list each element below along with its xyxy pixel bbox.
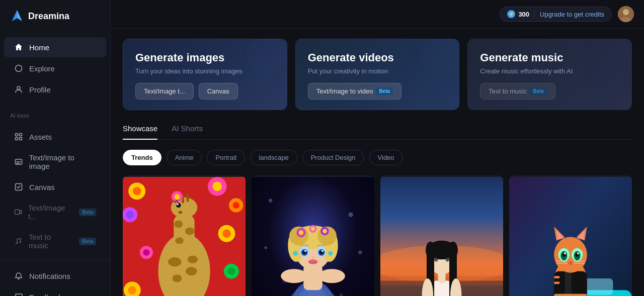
- assets-label: Assets: [29, 133, 52, 141]
- sidebar-item-text-video[interactable]: Text/Image t... Beta: [4, 198, 106, 226]
- svg-point-143: [564, 252, 566, 254]
- sidebar: Dreamina Home Explore: [0, 0, 111, 296]
- svg-point-54: [175, 237, 184, 244]
- filter-row: Trends Anime Portrait landscape Product …: [123, 150, 632, 165]
- svg-point-2: [16, 65, 22, 72]
- filter-product-design[interactable]: Product Design: [302, 150, 364, 165]
- credits-button[interactable]: ⚡ 300 Upgrade to get credits: [500, 7, 612, 22]
- gen-music-subtitle: Create music effortlessly with AI: [480, 67, 619, 75]
- video-icon: [14, 208, 22, 217]
- music-beta-badge: Beta: [530, 87, 547, 95]
- sidebar-item-text-image[interactable]: Text/Image to image: [4, 148, 106, 176]
- text-music-beta-badge: Beta: [79, 238, 96, 245]
- user-avatar[interactable]: [618, 6, 634, 22]
- svg-rect-131: [554, 281, 559, 284]
- explore-label: Explore: [29, 64, 55, 73]
- text-image-button[interactable]: Text/Image t...: [135, 83, 194, 100]
- sidebar-item-home[interactable]: Home: [4, 37, 106, 57]
- svg-point-68: [358, 251, 362, 255]
- home-label: Home: [29, 43, 49, 52]
- princess-image: [252, 175, 374, 296]
- image-card-cat[interactable]: [509, 175, 632, 296]
- bell-icon: [14, 271, 23, 280]
- svg-point-78: [318, 269, 345, 283]
- gen-images-card[interactable]: Generate images Turn your ideas into stu…: [123, 39, 287, 110]
- svg-rect-60: [187, 193, 189, 202]
- tools-nav: Assets Text/Image to image Canvas: [0, 122, 110, 260]
- giraffe-image: [123, 175, 246, 296]
- sidebar-item-profile[interactable]: Profile: [4, 79, 106, 100]
- svg-point-4: [17, 86, 20, 89]
- text-image-video-button[interactable]: Text/Image to video Beta: [308, 83, 401, 100]
- svg-point-25: [133, 187, 141, 195]
- svg-rect-150: [554, 294, 587, 296]
- filter-trends[interactable]: Trends: [123, 150, 162, 165]
- gen-videos-subtitle: Put your creativity in motion: [308, 67, 447, 75]
- filter-landscape[interactable]: landscape: [250, 150, 297, 165]
- text-music-gen-button[interactable]: Text to music Beta: [480, 83, 555, 100]
- sidebar-item-canvas[interactable]: Canvas: [4, 177, 106, 197]
- svg-point-62: [174, 194, 180, 200]
- content-area: Generate images Turn your ideas into stu…: [111, 29, 644, 296]
- svg-point-113: [426, 242, 435, 259]
- text-video-beta-badge: Beta: [79, 209, 96, 216]
- svg-point-67: [264, 246, 267, 249]
- sidebar-bottom: Notifications Feedback: [0, 260, 110, 296]
- gen-videos-card[interactable]: Generate videos Put your creativity in m…: [295, 39, 460, 110]
- filter-video[interactable]: Video: [369, 150, 403, 165]
- main-content: ⚡ 300 Upgrade to get credits Generate im…: [111, 0, 644, 296]
- message-icon: [14, 292, 23, 296]
- canvas-icon: [14, 182, 23, 191]
- svg-point-35: [143, 249, 149, 256]
- canvas-button[interactable]: Canvas: [199, 83, 238, 100]
- sidebar-item-feedback[interactable]: Feedback: [4, 287, 106, 296]
- image-card-princess[interactable]: Gelyn Lakwatsera ♥ 34 ▼ 481: [252, 175, 374, 296]
- filter-anime[interactable]: Anime: [167, 150, 202, 165]
- text-video-label: Text/Image t...: [28, 204, 70, 221]
- home-icon: [14, 43, 23, 52]
- svg-point-95: [299, 230, 303, 235]
- profile-label: Profile: [29, 85, 51, 94]
- svg-point-27: [212, 182, 222, 191]
- svg-point-97: [323, 229, 327, 233]
- sidebar-item-explore[interactable]: Explore: [4, 58, 106, 78]
- image-card-giraffe[interactable]: [123, 175, 246, 296]
- svg-point-50: [188, 256, 198, 263]
- svg-rect-129: [565, 271, 572, 296]
- svg-point-53: [185, 228, 195, 235]
- credits-count: 300: [518, 11, 529, 18]
- gen-music-title: Generate music: [480, 51, 619, 64]
- svg-point-144: [577, 252, 579, 254]
- sidebar-item-assets[interactable]: Assets: [4, 127, 106, 147]
- svg-point-37: [227, 267, 235, 275]
- tab-ai-shorts[interactable]: AI Shorts: [172, 124, 203, 140]
- svg-point-92: [321, 250, 324, 252]
- svg-point-13: [19, 242, 21, 243]
- svg-point-58: [179, 211, 183, 214]
- gen-music-card[interactable]: Generate music Create music effortlessly…: [467, 39, 632, 110]
- logo[interactable]: Dreamina: [0, 0, 110, 32]
- cat-image: [509, 175, 632, 296]
- sidebar-item-notifications[interactable]: Notifications: [4, 266, 106, 286]
- canvas-label: Canvas: [29, 183, 55, 191]
- svg-marker-1: [12, 10, 17, 21]
- filter-portrait[interactable]: Portrait: [207, 150, 245, 165]
- feedback-label: Feedback: [29, 293, 62, 297]
- svg-point-115: [434, 257, 438, 261]
- svg-rect-5: [16, 134, 18, 136]
- svg-point-57: [177, 204, 179, 206]
- gen-videos-buttons: Text/Image to video Beta: [308, 83, 447, 100]
- tab-showcase[interactable]: Showcase: [123, 124, 157, 140]
- credits-divider: [534, 11, 535, 18]
- tabs-row: Showcase AI Shorts: [123, 124, 632, 140]
- gen-videos-title: Generate videos: [308, 51, 447, 64]
- svg-point-49: [173, 274, 182, 282]
- svg-rect-7: [16, 138, 18, 140]
- gen-cards-row: Generate images Turn your ideas into stu…: [123, 39, 632, 110]
- text-image-icon: [14, 157, 23, 166]
- image-card-woman[interactable]: [380, 175, 503, 296]
- svg-point-15: [623, 9, 629, 15]
- assets-icon: [14, 132, 23, 141]
- sidebar-item-text-music[interactable]: Text to music Beta: [4, 227, 106, 255]
- svg-rect-6: [20, 134, 22, 136]
